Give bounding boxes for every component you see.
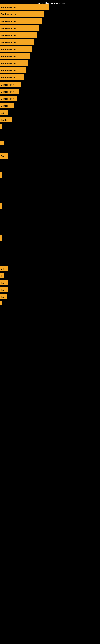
bar-row: Bottleneck res [0,60,28,66]
bar-line [0,301,1,305]
bar-label: Bo [0,287,8,292]
bar-label: Bo [0,280,8,285]
bar-row: Bottleneck r [0,88,19,94]
bar-line [0,236,1,241]
bar-label: Bottlen [0,103,14,108]
bar-label: Bottleneck res [0,39,34,45]
bar-label: Bottleneck res [0,46,32,52]
bar-row: c [0,141,3,145]
bar-label: Bottle [0,117,12,122]
bar-label: Bo [0,153,8,158]
bar-row: Bo [0,266,8,271]
bar-row [0,236,1,241]
bar-label: Bo [0,110,8,115]
bar-label: Bo [0,266,8,271]
bar-line [0,124,1,130]
bar-row: Bottleneck res [0,39,34,45]
bar-label: Bottleneck res [0,53,30,59]
bar-label: Bottleneck re [0,74,24,80]
bar-row: Bottleneck res [0,25,39,31]
bar-label: Bottleneck r [0,88,19,94]
bar-row: B [0,273,4,278]
bar-row: Bottleneck re [0,74,24,80]
bar-line [0,203,1,209]
bar-row [0,172,1,178]
bar-label: Bottleneck r [0,82,21,87]
bar-row: Bottle [0,117,12,122]
bar-row: Bot [0,294,7,300]
bar-label: Bottleneck r [0,96,17,101]
bar-row: Bottleneck r [0,96,17,101]
bar-row: Bottleneck resu [0,11,44,17]
bar-label: Bottleneck res [0,68,26,73]
bar-row: Bottleneck res [0,46,32,52]
bar-row: Bottleneck resu [0,4,49,10]
bar-row: Bottlen [0,103,14,108]
bar-label: Bottleneck resu [0,4,49,10]
bar-label: Bottleneck res [0,25,39,31]
bar-row: Bo [0,280,8,285]
bar-row: Bottleneck res [0,53,30,59]
bar-label: Bottleneck resu [0,18,42,24]
bar-label: Bottleneck res [0,32,37,38]
bar-row: Bo [0,287,8,292]
bar-line [0,172,1,178]
bar-label: c [0,141,3,145]
bar-row: Bottleneck resu [0,18,42,24]
bar-row [0,301,1,305]
bar-label: Bottleneck res [0,60,28,66]
bar-row: Bottleneck res [0,32,37,38]
bar-row: Bo [0,110,8,115]
bar-row: Bo [0,153,8,158]
bar-label: B [0,273,4,278]
bar-row: Bottleneck r [0,82,21,87]
bar-label: Bottleneck resu [0,11,44,17]
bar-row: Bottleneck res [0,68,26,73]
bar-label: Bot [0,294,7,300]
bar-row [0,124,1,130]
bar-row [0,203,1,209]
